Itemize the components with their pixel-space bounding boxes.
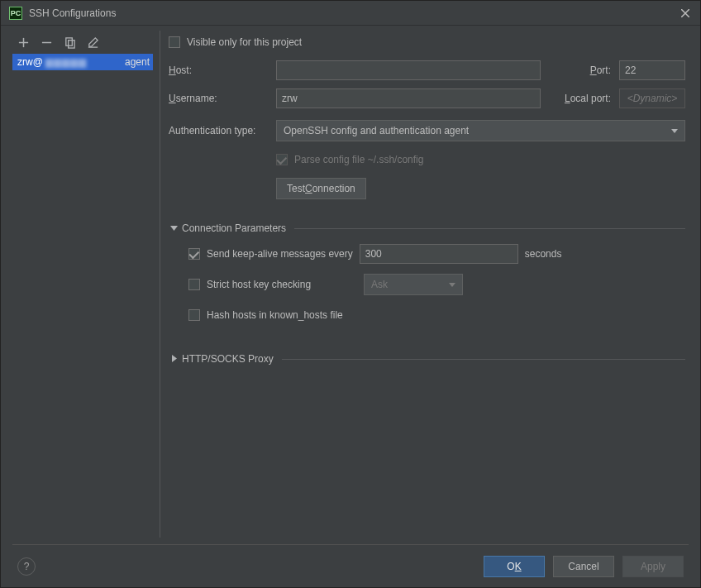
svg-rect-6	[68, 40, 74, 47]
apply-button[interactable]: Apply	[622, 556, 684, 577]
visible-only-label: Visible only for this project	[187, 36, 302, 48]
titlebar: PC SSH Configurations	[1, 1, 700, 26]
visible-only-checkbox[interactable]	[169, 36, 180, 48]
strict-host-label: Strict host key checking	[207, 279, 364, 290]
local-port-label: Local port:	[565, 93, 619, 104]
edit-icon[interactable]	[85, 35, 100, 50]
hash-hosts-checkbox[interactable]	[188, 309, 200, 321]
strict-host-value: Ask	[371, 279, 388, 290]
remove-icon[interactable]	[39, 35, 54, 50]
host-input[interactable]	[276, 60, 541, 80]
chevron-down-icon	[169, 222, 179, 234]
keepalive-input[interactable]	[360, 244, 518, 264]
chevron-down-icon	[671, 125, 678, 136]
cancel-button[interactable]: Cancel	[553, 556, 614, 577]
section-divider	[294, 228, 685, 229]
auth-type-label: Authentication type:	[169, 125, 276, 136]
config-item-selected[interactable]: zrw@ ▆▆▆▆▆ agent	[12, 54, 153, 70]
window-title: SSH Configurations	[29, 7, 679, 19]
section-connection-parameters[interactable]: Connection Parameters	[169, 222, 685, 234]
local-port-input: <Dynamic>	[619, 88, 685, 108]
port-label: Port:	[590, 65, 619, 76]
sidebar-toolbar	[12, 31, 153, 54]
section-title: Connection Parameters	[182, 222, 286, 234]
ok-button[interactable]: OK	[484, 556, 545, 577]
copy-icon[interactable]	[62, 35, 77, 50]
sidebar: zrw@ ▆▆▆▆▆ agent	[12, 31, 153, 538]
username-label: Username:	[169, 93, 276, 104]
strict-host-checkbox[interactable]	[188, 279, 200, 290]
section-title: HTTP/SOCKS Proxy	[182, 353, 274, 365]
auth-type-select[interactable]: OpenSSH config and authentication agent	[276, 120, 685, 141]
keepalive-checkbox[interactable]	[188, 248, 200, 260]
dialog-footer: ? OK Cancel Apply	[12, 544, 689, 587]
username-input[interactable]	[276, 88, 541, 108]
config-item-method: agent	[125, 54, 150, 70]
auth-type-value: OpenSSH config and authentication agent	[284, 125, 469, 136]
add-icon[interactable]	[16, 35, 31, 50]
svg-marker-11	[172, 355, 177, 362]
section-http-socks-proxy[interactable]: HTTP/SOCKS Proxy	[169, 353, 685, 365]
close-icon[interactable]	[679, 7, 692, 20]
test-connection-button[interactable]: Test Connection	[276, 178, 366, 199]
config-item-redacted: ▆▆▆▆▆	[45, 56, 87, 68]
svg-marker-10	[449, 283, 455, 287]
keepalive-label: Send keep-alive messages every	[207, 248, 353, 260]
svg-marker-9	[170, 226, 178, 231]
parse-config-label: Parse config file ~/.ssh/config	[294, 154, 423, 165]
vertical-divider	[160, 31, 160, 538]
app-icon: PC	[9, 7, 22, 20]
chevron-down-icon	[449, 279, 455, 290]
host-label: Host:	[169, 65, 276, 76]
port-input[interactable]	[619, 60, 685, 80]
svg-marker-8	[671, 129, 678, 133]
help-button[interactable]: ?	[17, 557, 36, 576]
svg-rect-5	[65, 37, 72, 45]
chevron-right-icon	[169, 353, 179, 365]
parse-config-checkbox	[276, 154, 288, 165]
config-list[interactable]: zrw@ ▆▆▆▆▆ agent	[12, 54, 153, 538]
form-panel: Visible only for this project Host: Port…	[169, 31, 689, 538]
section-divider	[282, 359, 685, 360]
keepalive-suffix: seconds	[525, 248, 562, 260]
config-item-label: zrw@	[17, 56, 43, 68]
strict-host-select[interactable]: Ask	[364, 274, 463, 295]
hash-hosts-label: Hash hosts in known_hosts file	[207, 309, 343, 321]
